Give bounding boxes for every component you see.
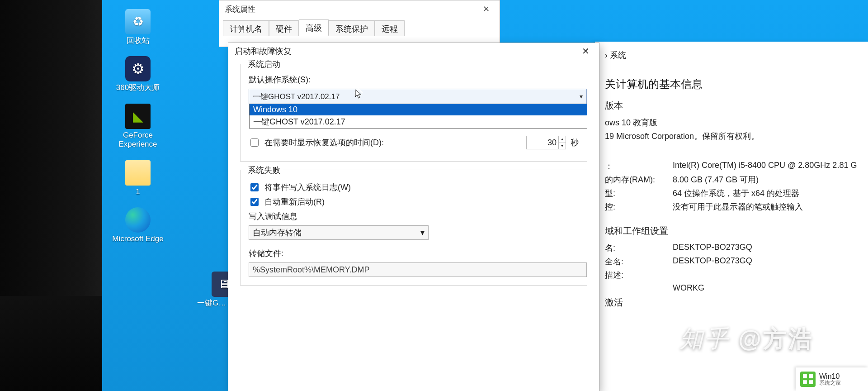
default-os-label: 默认操作系统(S): [249,74,579,85]
sys-row-key: 控: [605,201,673,212]
desktop-icon-label: 360驱动大师 [116,83,160,92]
sys-row-key: 全名: [605,256,673,267]
auto-reboot-label: 自动重新启动(R) [264,196,325,207]
desktop-icon-label: GeForce Experience [111,131,165,149]
sysprop-title: 系统属性 [225,4,255,14]
edge-icon [125,207,151,233]
sys-row-key: 型: [605,188,673,199]
close-icon[interactable]: ✕ [576,44,595,58]
sys-row-value [673,270,858,281]
recycle-bin-icon [125,9,151,34]
group-title-failure: 系统失败 [245,165,283,176]
os-option[interactable]: Windows 10 [250,104,587,115]
group-title-startup: 系统启动 [245,59,283,70]
tab-计算机名[interactable]: 计算机名 [223,20,269,36]
sys-row-value: 64 位操作系统，基于 x64 的处理器 [673,188,858,199]
desktop-icon-360-driver[interactable]: 360驱动大师 [111,56,165,92]
badge-line1: Win10 [819,372,840,380]
show-recovery-label: 在需要时显示恢复选项的时间(D): [264,137,384,148]
sys-row-key: 的内存(RAM): [605,174,673,185]
seconds-unit: 秒 [571,137,579,148]
system-properties-dialog: 系统属性 ✕ 计算机名硬件高级系统保护远程 [219,0,500,47]
section-domain: 域和工作组设置 [605,225,858,237]
debug-info-value: 自动内存转储 [253,227,302,238]
copyright: 19 Microsoft Corporation。保留所有权利。 [605,131,858,142]
chevron-down-icon: ▾ [420,228,425,238]
group-system-startup: 系统启动 默认操作系统(S): 一键GHOST v2017.02.17 ▾ Wi… [240,64,587,162]
sys-row-key: 名: [605,243,673,253]
geforce-icon [125,104,151,129]
close-icon[interactable]: ✕ [476,2,496,16]
desktop-icon-label: 回收站 [127,36,150,45]
show-recovery-checkbox[interactable] [250,138,259,147]
chevron-down-icon: ▾ [580,93,583,100]
write-log-label: 将事件写入系统日志(W) [264,182,351,193]
badge-line2: 系统之家 [819,380,841,386]
desktop-icon-label: 1 [136,187,140,196]
sys-row-value: DESKTOP-BO273GQ [673,256,858,267]
section-activation: 激活 [605,296,858,309]
360-driver-icon [125,56,151,81]
site-badge: Win10系统之家 [796,367,868,391]
windows-edition: ows 10 教育版 [605,117,858,128]
spin-up-icon[interactable]: ▲ [558,136,566,143]
badge-logo-icon [800,372,816,387]
system-heading: 关计算机的基本信息 [605,77,858,91]
default-os-value: 一键GHOST v2017.02.17 [253,91,340,102]
os-option[interactable]: 一键GHOST v2017.02.17 [250,115,587,128]
svg-rect-2 [803,380,807,384]
svg-rect-3 [809,380,813,384]
sys-row-value: 8.00 GB (7.47 GB 可用) [673,174,858,185]
sys-row-key: 描述: [605,270,673,281]
watermark: 知乎 @方浩 [679,323,814,355]
sys-row-key [605,283,673,293]
sys-row-value: DESKTOP-BO273GQ [673,243,858,253]
tab-远程[interactable]: 远程 [375,20,405,36]
write-log-checkbox[interactable] [250,183,259,191]
folder-1-icon [125,160,151,186]
desktop-icon-edge[interactable]: Microsoft Edge [111,207,165,243]
desktop-icon-folder-1[interactable]: 1 [111,160,165,196]
sys-row-value: 没有可用于此显示器的笔或触控输入 [673,201,858,212]
tab-高级[interactable]: 高级 [299,19,329,36]
sys-row-key: ： [605,161,673,172]
svg-rect-1 [809,374,813,378]
section-version: 版本 [605,100,858,112]
dump-file-value: %SystemRoot%\MEMORY.DMP [253,265,369,275]
startup-recovery-dialog: 启动和故障恢复 ✕ 系统启动 默认操作系统(S): 一键GHOST v2017.… [228,43,599,391]
breadcrumb[interactable]: › 系统 [605,50,858,61]
recovery-seconds-input[interactable]: 30 ▲▼ [526,136,566,149]
default-os-select[interactable]: 一键GHOST v2017.02.17 ▾ Windows 10一键GHOST … [249,89,587,104]
desktop-icon-geforce[interactable]: GeForce Experience [111,104,165,149]
auto-reboot-checkbox[interactable] [250,198,259,206]
desktop-icon-recycle-bin[interactable]: 回收站 [111,9,165,45]
spin-down-icon[interactable]: ▼ [558,143,566,149]
default-os-dropdown: Windows 10一键GHOST v2017.02.17 [249,104,587,129]
dump-file-input[interactable]: %SystemRoot%\MEMORY.DMP [249,262,587,277]
dump-file-label: 转储文件: [249,248,579,259]
desktop-icon-label: Microsoft Edge [112,234,163,243]
debug-info-label: 写入调试信息 [249,211,579,222]
recovery-seconds-value: 30 [547,138,557,148]
sys-row-value: WORKG [673,283,858,293]
tab-硬件[interactable]: 硬件 [269,20,299,36]
sys-row-value: Intel(R) Core(TM) i5-8400 CPU @ 2.80GHz … [673,161,858,172]
svg-rect-0 [803,374,807,378]
tab-系统保护[interactable]: 系统保护 [329,20,375,36]
startup-dialog-title: 启动和故障恢复 [235,46,292,57]
group-system-failure: 系统失败 将事件写入系统日志(W) 自动重新启动(R) 写入调试信息 自动内存转… [240,170,587,286]
debug-info-select[interactable]: 自动内存转储 ▾ [249,225,429,240]
